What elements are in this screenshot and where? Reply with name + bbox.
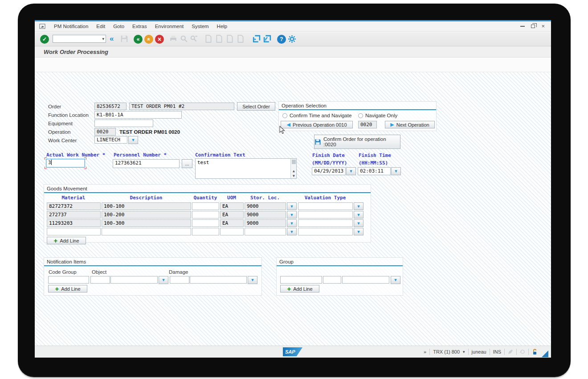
help-icon[interactable]: ?	[277, 35, 286, 44]
customize-gear-icon[interactable]	[288, 35, 296, 43]
valuation-cell[interactable]	[298, 219, 353, 227]
quantity-cell[interactable]	[192, 211, 219, 218]
valuation-dropdown[interactable]: ▼	[354, 202, 363, 210]
equipment-field[interactable]	[94, 119, 153, 127]
material-cell[interactable]: 272737	[47, 211, 101, 218]
print-icon[interactable]	[169, 35, 177, 43]
stor-loc-dropdown[interactable]: ▼	[287, 202, 297, 210]
damage-code-field[interactable]	[170, 276, 189, 284]
stor-loc-cell[interactable]: 9000	[245, 202, 286, 210]
code-group-field[interactable]	[48, 276, 89, 284]
collapse-command-field-icon[interactable]: «	[110, 35, 114, 43]
valuation-cell[interactable]	[298, 211, 353, 218]
restore-icon[interactable]	[531, 25, 535, 28]
last-page-icon[interactable]	[237, 35, 244, 43]
new-session-icon[interactable]	[252, 35, 261, 43]
menu-edit[interactable]: Edit	[92, 22, 109, 30]
stor-loc-cell[interactable]: 9000	[245, 219, 286, 227]
next-operation-button[interactable]: ▶Next Operation	[385, 121, 435, 128]
object-code-field[interactable]	[90, 276, 110, 284]
finish-time-dropdown[interactable]: ▼	[391, 167, 401, 175]
description-cell[interactable]: 100-100	[102, 202, 191, 210]
uom-cell[interactable]: EA	[220, 202, 244, 210]
operation-field[interactable]: 0020	[94, 128, 116, 136]
stor-loc-dropdown[interactable]: ▼	[287, 228, 297, 235]
scrollbar-thumb[interactable]	[292, 160, 296, 164]
minimize-icon[interactable]	[520, 26, 525, 27]
find-next-icon[interactable]	[190, 35, 198, 43]
security-lock-icon[interactable]	[532, 349, 538, 355]
stor-loc-dropdown[interactable]: ▼	[287, 211, 297, 218]
first-page-icon[interactable]	[205, 35, 212, 43]
stor-loc-cell[interactable]: 9000	[245, 211, 286, 218]
cancel-icon[interactable]: ×	[155, 35, 164, 44]
enter-check-icon[interactable]: ✓	[40, 35, 49, 44]
finish-date-dropdown[interactable]: ▼	[346, 167, 356, 175]
group-add-line-button[interactable]: +Add Line	[280, 285, 319, 292]
previous-operation-button[interactable]: ◀Previous Operation 0010	[281, 121, 353, 128]
menu-environment[interactable]: Environment	[151, 22, 188, 30]
description-cell[interactable]: 100-200	[102, 211, 191, 218]
work-center-dropdown[interactable]: ▼	[128, 136, 138, 144]
damage-dropdown[interactable]: ▼	[248, 276, 257, 284]
close-icon[interactable]: ×	[541, 24, 545, 29]
exit-icon[interactable]: «	[144, 35, 153, 44]
status-expand-icon[interactable]: »	[424, 349, 426, 354]
finish-time-field[interactable]: 02:03:11	[358, 167, 391, 175]
finish-date-field[interactable]: 04/29/2013	[312, 167, 346, 175]
menu-system[interactable]: System	[188, 22, 212, 30]
material-cell[interactable]	[47, 228, 101, 235]
quantity-cell[interactable]	[192, 219, 219, 227]
system-menu-icon[interactable]	[39, 24, 45, 29]
status-caret-icon[interactable]: ▾	[463, 350, 465, 354]
valuation-cell[interactable]	[298, 228, 353, 235]
personnel-search-button[interactable]: ...	[182, 159, 192, 168]
menu-help[interactable]: Help	[213, 22, 232, 30]
group-field-1[interactable]	[280, 276, 322, 284]
radio-navigate-only[interactable]: Navigate Only	[358, 113, 397, 118]
valuation-cell[interactable]	[298, 202, 353, 210]
menu-goto[interactable]: Goto	[109, 22, 128, 30]
quantity-cell[interactable]	[192, 202, 219, 210]
actual-work-field[interactable]: 3	[46, 159, 85, 168]
group-field-2[interactable]	[323, 276, 341, 284]
quantity-cell[interactable]	[192, 228, 219, 235]
uom-cell[interactable]: EA	[220, 211, 244, 218]
menu-extras[interactable]: Extras	[128, 22, 151, 30]
notification-add-line-button[interactable]: +Add Line	[48, 285, 87, 292]
stor-loc-cell[interactable]	[245, 228, 286, 235]
uom-cell[interactable]: EA	[220, 219, 244, 227]
valuation-dropdown[interactable]: ▼	[354, 228, 363, 235]
function-location-field[interactable]: K1-B01-1A	[94, 111, 182, 119]
scrollbar[interactable]: ▲ ▼	[290, 159, 296, 178]
find-icon[interactable]	[180, 35, 188, 43]
goods-add-line-button[interactable]: +Add Line	[47, 237, 86, 244]
material-cell[interactable]: 82727372	[47, 202, 101, 210]
uom-cell[interactable]	[220, 228, 244, 235]
material-cell[interactable]: 11293203	[47, 219, 101, 227]
command-field[interactable]: ▾	[53, 35, 106, 43]
menu-pm-notification[interactable]: PM Notification	[50, 22, 92, 30]
group-dropdown[interactable]: ▼	[391, 276, 400, 284]
description-cell[interactable]: 100-300	[102, 219, 191, 227]
order-field[interactable]: 82536572	[94, 103, 127, 110]
back-icon[interactable]: «	[134, 35, 143, 44]
object-text-field[interactable]	[110, 276, 158, 284]
select-order-button[interactable]: Select Order	[237, 102, 275, 111]
create-shortcut-icon[interactable]	[263, 35, 271, 43]
personnel-field[interactable]: 127363621	[113, 159, 180, 168]
resize-grip[interactable]	[542, 350, 548, 357]
stor-loc-dropdown[interactable]: ▼	[287, 219, 297, 227]
current-operation-field[interactable]: 0020	[358, 121, 377, 128]
confirm-order-button[interactable]: Confirm Order for operation :0020	[314, 135, 400, 149]
valuation-dropdown[interactable]: ▼	[354, 211, 363, 218]
damage-text-field[interactable]	[190, 276, 247, 284]
object-dropdown[interactable]: ▼	[159, 276, 168, 284]
description-cell[interactable]	[102, 228, 191, 235]
save-icon[interactable]	[120, 35, 128, 43]
next-page-icon[interactable]	[226, 35, 233, 43]
scroll-down-icon[interactable]: ▼	[291, 173, 297, 178]
group-field-3[interactable]	[342, 276, 389, 284]
valuation-dropdown[interactable]: ▼	[354, 219, 363, 227]
confirmation-text-area[interactable]: test ▲ ▼	[195, 158, 297, 179]
